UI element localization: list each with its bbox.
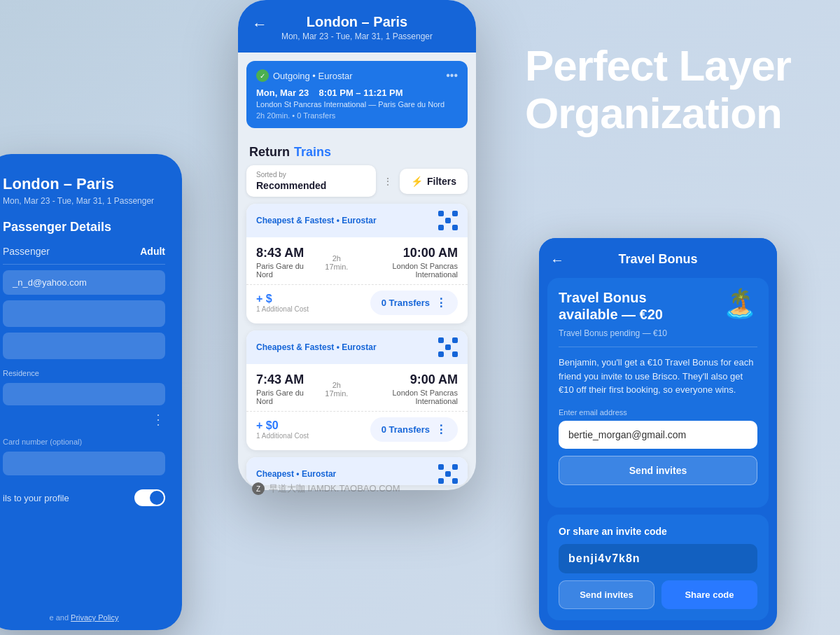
depart-station-0: Paris Gare du Nord <box>256 262 318 279</box>
card-input[interactable] <box>3 452 165 475</box>
sort-button[interactable]: Sorted by Recommended <box>246 165 376 197</box>
bonus-row: Travel Bonus available — €20 🏝️ <box>559 289 757 323</box>
outgoing-info: 2h 20min. • 0 Transfers <box>256 111 458 120</box>
pr-content: Travel Bonus available — €20 🏝️ Travel B… <box>547 278 769 508</box>
qr-icon-1 <box>438 337 458 357</box>
sort-more-icon[interactable]: ⋮ <box>383 176 393 187</box>
train-badge-1: Cheapest & Fastest • Eurostar <box>256 342 377 352</box>
bonus-divider <box>559 347 757 347</box>
footer-buttons: Send invites Share code <box>559 580 757 609</box>
watermark-logo: Z <box>252 482 265 495</box>
train-top-0: Cheapest & Fastest • Eurostar <box>246 204 468 237</box>
bonus-title: Travel Bonus available — €20 <box>559 289 685 323</box>
cost-0: + $ <box>256 293 309 305</box>
return-header: Return Trains <box>238 137 476 165</box>
watermark-text: 早道大咖 IAMDK.TAOBAO.COM <box>269 482 400 495</box>
more-options-icon[interactable]: ⋮ <box>3 411 165 428</box>
transfers-btn-0[interactable]: 0 Transfers ⋮ <box>370 291 458 315</box>
arrive-time-0: 10:00 AM <box>355 246 458 260</box>
pl-section-title: Passenger Details <box>3 220 165 235</box>
pr-header-title: Travel Bonus <box>553 252 763 267</box>
pl-subtitle: Mon, Mar 23 - Tue, Mar 31, 1 Passenger <box>3 196 165 206</box>
duration-0: 2h 17min. <box>318 254 356 271</box>
return-title: Return <box>249 145 290 160</box>
transfers-btn-1[interactable]: 0 Transfers ⋮ <box>370 417 458 442</box>
share-title: Or share an invite code <box>559 526 757 537</box>
heading-line1: Perfect Layer <box>525 41 791 90</box>
privacy-link[interactable]: Privacy Policy <box>71 613 118 622</box>
train-card-1: Cheapest & Fastest • Eurostar 7:43 AM Pa… <box>246 330 468 450</box>
arrive-station-1: London St Pancras International <box>355 389 458 405</box>
return-trains-label: Trains <box>294 145 331 160</box>
profile-toggle-row: ils to your profile <box>3 489 165 506</box>
duration-1: 2h 17min. <box>318 381 356 398</box>
heading-area: Perfect Layer Organization <box>525 42 819 137</box>
arrive-time-1: 9:00 AM <box>355 372 458 387</box>
pr-share-section: Or share an invite code benji4v7k8n Send… <box>547 515 769 620</box>
duration-text-1: 2h 17min. <box>321 381 353 398</box>
watermark: Z 早道大咖 IAMDK.TAOBAO.COM <box>252 482 400 495</box>
cost-label-1: 1 Additional Cost <box>256 432 309 440</box>
phone-right: ← Travel Bonus Travel Bonus available — … <box>539 238 777 630</box>
email-input[interactable]: bertie_morgan@gmail.com <box>559 421 757 449</box>
transfers-label-1: 0 Transfers <box>382 424 430 435</box>
train-bottom-0: + $ 1 Additional Cost 0 Transfers ⋮ <box>246 284 468 323</box>
depart-station-1: Paris Gare du Nord <box>256 389 318 405</box>
transfers-more-icon-1: ⋮ <box>435 423 447 436</box>
send-invites-button[interactable]: Send invites <box>559 456 757 485</box>
residence-input[interactable] <box>3 383 165 405</box>
transfers-more-icon-0: ⋮ <box>435 296 447 309</box>
back-button[interactable]: ← <box>252 15 267 34</box>
profile-toggle[interactable] <box>134 489 165 506</box>
extra-input1[interactable] <box>3 333 165 359</box>
heading-title: Perfect Layer Organization <box>525 42 819 137</box>
transfers-label-0: 0 Transfers <box>382 298 430 308</box>
sort-value: Recommended <box>256 180 366 191</box>
phone-left: London – Paris Mon, Mar 23 - Tue, Mar 31… <box>0 154 182 630</box>
train-times-1: 7:43 AM Paris Gare du Nord 2h 17min. 9:0… <box>246 364 468 411</box>
pr-header: ← Travel Bonus <box>539 238 777 278</box>
qr-icon-0 <box>438 211 458 230</box>
passenger-row: Passenger Adult <box>3 246 165 265</box>
footer-text: e and <box>49 613 69 622</box>
train-top-1: Cheapest & Fastest • Eurostar <box>246 330 468 364</box>
pc-header-sub: Mon, Mar 23 - Tue, Mar 31, 1 Passenger <box>252 32 462 41</box>
name-input[interactable] <box>3 300 165 327</box>
train-badge-0: Cheapest & Fastest • Eurostar <box>256 216 377 225</box>
pc-header-title: London – Paris <box>252 14 462 30</box>
check-icon: ✓ <box>256 69 269 82</box>
filter-button[interactable]: ⚡ Filters <box>400 169 468 194</box>
train-top-2: Cheapest • Eurostar <box>246 457 468 485</box>
filter-icon: ⚡ <box>411 176 423 187</box>
pr-back-button[interactable]: ← <box>550 252 564 268</box>
outgoing-label: ✓ Outgoing • Eurostar <box>256 69 353 82</box>
passenger-value: Adult <box>140 246 165 257</box>
arrive-station-0: London St Pancras International <box>355 262 458 279</box>
sort-label: Sorted by <box>256 171 366 179</box>
train-card-2: Cheapest • Eurostar <box>246 457 468 485</box>
train-card-0: Cheapest & Fastest • Eurostar 8:43 AM Pa… <box>246 204 468 323</box>
cost-1: + $0 <box>256 419 309 432</box>
outgoing-route: London St Pancras International — Paris … <box>256 100 458 109</box>
invite-code: benji4v7k8n <box>559 544 757 573</box>
email-input-label: Enter email address <box>559 408 757 417</box>
bonus-icon: 🏝️ <box>722 289 757 317</box>
pl-footer: e and Privacy Policy <box>0 605 182 630</box>
email-display[interactable]: _n_d@yahoo.com <box>3 270 165 295</box>
cost-label-0: 1 Additional Cost <box>256 305 309 313</box>
profile-toggle-label: ils to your profile <box>3 493 69 503</box>
heading-line2: Organization <box>525 89 782 137</box>
train-bottom-1: + $0 1 Additional Cost 0 Transfers ⋮ <box>246 411 468 450</box>
residence-label: Residence <box>3 369 165 377</box>
out-times: 8:01 PM – 11:21 PM <box>319 88 403 98</box>
send-invites-btn2[interactable]: Send invites <box>559 580 654 609</box>
train-times-0: 8:43 AM Paris Gare du Nord 2h 17min. 10:… <box>246 237 468 284</box>
out-date: Mon, Mar 23 <box>256 88 309 98</box>
outgoing-more[interactable]: ••• <box>446 69 458 82</box>
qr-icon-2 <box>438 464 458 484</box>
share-code-btn[interactable]: Share code <box>662 580 757 609</box>
depart-time-1: 7:43 AM <box>256 372 318 387</box>
filter-label: Filters <box>427 176 456 187</box>
phone-center: ← London – Paris Mon, Mar 23 - Tue, Mar … <box>238 0 476 490</box>
passenger-label: Passenger <box>3 246 50 257</box>
